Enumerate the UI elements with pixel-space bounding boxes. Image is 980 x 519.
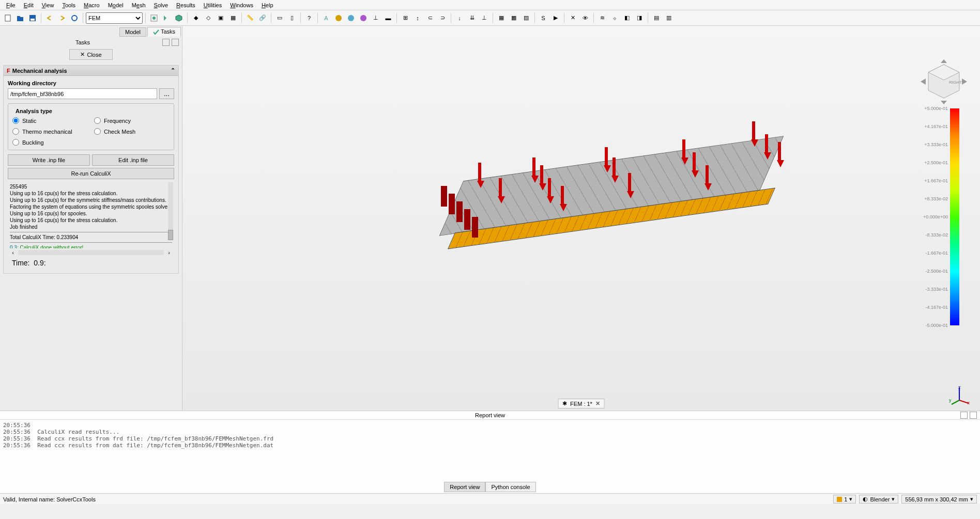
radio-buckling[interactable]: Buckling xyxy=(12,139,88,146)
refresh-icon[interactable] xyxy=(69,12,80,24)
menu-file[interactable]: File xyxy=(2,1,20,9)
constraint-pressure-icon[interactable]: ⇊ xyxy=(466,12,478,24)
menu-help[interactable]: Help xyxy=(257,1,278,9)
menu-view[interactable]: View xyxy=(38,1,58,9)
browse-button[interactable]: ... xyxy=(159,88,174,99)
material-solid-icon[interactable] xyxy=(333,12,344,24)
redo-icon[interactable] xyxy=(56,12,68,24)
tool-2-icon[interactable]: ◇ xyxy=(203,12,214,24)
mesh-gmsh-icon[interactable]: ▩ xyxy=(508,12,519,24)
doc-tab-close-icon[interactable]: ✕ xyxy=(595,400,600,407)
analysis-icon[interactable]: A xyxy=(320,12,332,24)
panel-float-icon[interactable] xyxy=(162,39,170,46)
shell-thickness-icon[interactable]: ▬ xyxy=(382,12,394,24)
3d-viewport[interactable]: RIGHT +5.000e-01+4.167e-01+3.333e-01+2.5… xyxy=(182,26,980,411)
workbench-selector[interactable]: FEM xyxy=(86,12,143,24)
report-close-icon[interactable] xyxy=(970,412,977,419)
menu-solve[interactable]: Solve xyxy=(150,1,173,9)
radio-checkmesh[interactable]: Check Mesh xyxy=(94,128,170,135)
material-fluid-icon[interactable] xyxy=(345,12,357,24)
svg-line-17 xyxy=(952,400,959,404)
constraint-selfweight-icon[interactable]: ⊥ xyxy=(479,12,490,24)
beam-section-icon[interactable]: ⊥ xyxy=(370,12,381,24)
menu-windows[interactable]: Windows xyxy=(226,1,257,9)
working-directory-input[interactable] xyxy=(8,88,157,99)
constraint-force-icon[interactable]: ↓ xyxy=(454,12,465,24)
menu-mesh[interactable]: Mesh xyxy=(128,1,150,9)
constraint-icon xyxy=(456,201,463,222)
fem-mesh xyxy=(425,129,787,258)
constraint-contact-icon[interactable]: ⊂ xyxy=(424,12,436,24)
svg-marker-15 xyxy=(941,101,947,104)
constraint-fixed-icon[interactable]: ⊞ xyxy=(400,12,411,24)
panel-close-icon[interactable] xyxy=(172,39,179,46)
results-purge-icon[interactable]: ✕ xyxy=(567,12,578,24)
main-area: Model Tasks Tasks ✕ Close F Mechanical a… xyxy=(0,26,980,411)
tab-model[interactable]: Model xyxy=(119,27,146,37)
clip-plane2-icon[interactable]: ▥ xyxy=(663,12,675,24)
menu-model[interactable]: Model xyxy=(104,1,128,9)
new-file-icon[interactable] xyxy=(2,12,13,24)
svg-point-5 xyxy=(152,17,156,20)
isometric-icon[interactable] xyxy=(173,12,185,24)
constraint-displacement-icon[interactable]: ↕ xyxy=(412,12,423,24)
close-button[interactable]: ✕ Close xyxy=(69,49,112,60)
toggle-group-icon[interactable]: ▯ xyxy=(286,12,298,24)
mesh-region-icon[interactable]: ▨ xyxy=(520,12,532,24)
menu-tools[interactable]: Tools xyxy=(58,1,80,9)
analysis-type-label: Analysis type xyxy=(13,108,54,114)
report-log[interactable]: 20:55:36 20:55:36 CalculiX read results.… xyxy=(0,420,980,481)
tasks-label: Tasks xyxy=(3,39,162,45)
scroll-right-icon[interactable]: › xyxy=(166,249,172,256)
menu-results[interactable]: Results xyxy=(172,1,200,9)
undo-icon[interactable] xyxy=(44,12,55,24)
radio-frequency[interactable]: Frequency xyxy=(94,117,170,124)
tab-python-console[interactable]: Python console xyxy=(485,482,535,492)
radio-static[interactable]: Static xyxy=(12,117,88,124)
tool-3-icon[interactable]: ▣ xyxy=(215,12,226,24)
report-float-icon[interactable] xyxy=(960,412,968,419)
clip-plane-icon[interactable]: ▤ xyxy=(651,12,662,24)
solver-run-icon[interactable]: ▶ xyxy=(550,12,561,24)
rerun-button[interactable]: Re-run CalculiX xyxy=(8,168,174,179)
nav-style-selector[interactable]: ◐ Blender ▾ xyxy=(859,495,898,504)
menu-utilities[interactable]: Utilities xyxy=(200,1,226,9)
tool-4-icon[interactable]: ▦ xyxy=(227,12,239,24)
tab-report-view[interactable]: Report view xyxy=(444,482,485,492)
scroll-left-icon[interactable]: ‹ xyxy=(10,249,16,256)
log-line: Using up to 16 cpu(s) for the symmetric … xyxy=(10,197,172,203)
post-warp-icon[interactable]: ⟐ xyxy=(609,12,620,24)
tool-1-icon[interactable]: ◆ xyxy=(190,12,202,24)
menu-macro[interactable]: Macro xyxy=(80,1,104,9)
svg-point-8 xyxy=(360,15,366,21)
solver-ccx-icon[interactable]: S xyxy=(538,12,549,24)
material-nonlinear-icon[interactable] xyxy=(358,12,369,24)
collapse-icon[interactable]: ⌃ xyxy=(171,67,175,74)
log-hscroll[interactable]: ‹ › xyxy=(8,248,174,257)
measure-icon[interactable]: 📏 xyxy=(244,12,256,24)
document-tab[interactable]: ✱ FEM : 1* ✕ xyxy=(558,399,605,408)
task-title-bar[interactable]: F Mechanical analysis ⌃ xyxy=(4,66,178,76)
status-dimensions[interactable]: 556,93 mm x 300,42 mm ▾ xyxy=(901,495,977,504)
menu-edit[interactable]: Edit xyxy=(20,1,38,9)
post-clip-icon[interactable]: ◧ xyxy=(621,12,633,24)
navigation-cube[interactable]: RIGHT xyxy=(918,57,970,108)
post-cut-icon[interactable]: ◨ xyxy=(634,12,645,24)
tab-tasks[interactable]: Tasks xyxy=(147,27,181,37)
constraint-tie-icon[interactable]: ⊃ xyxy=(437,12,448,24)
open-file-icon[interactable] xyxy=(14,12,26,24)
fit-all-icon[interactable] xyxy=(148,12,160,24)
save-file-icon[interactable] xyxy=(27,12,38,24)
log-scrollbar[interactable] xyxy=(168,182,173,240)
results-show-icon[interactable]: 👁 xyxy=(579,12,591,24)
write-inp-button[interactable]: Write .inp file xyxy=(8,154,90,166)
radio-thermo[interactable]: Thermo mechanical xyxy=(12,128,88,135)
toggle-part-icon[interactable]: ▭ xyxy=(274,12,285,24)
link-icon[interactable]: 🔗 xyxy=(257,12,268,24)
status-pages[interactable]: 1 ▾ xyxy=(833,495,856,504)
whats-this-icon[interactable]: ? xyxy=(303,12,315,24)
edit-inp-button[interactable]: Edit .inp file xyxy=(92,154,174,166)
post-pipeline-icon[interactable]: ≋ xyxy=(596,12,608,24)
mesh-netgen-icon[interactable]: ▦ xyxy=(496,12,507,24)
fit-selection-icon[interactable] xyxy=(161,12,172,24)
